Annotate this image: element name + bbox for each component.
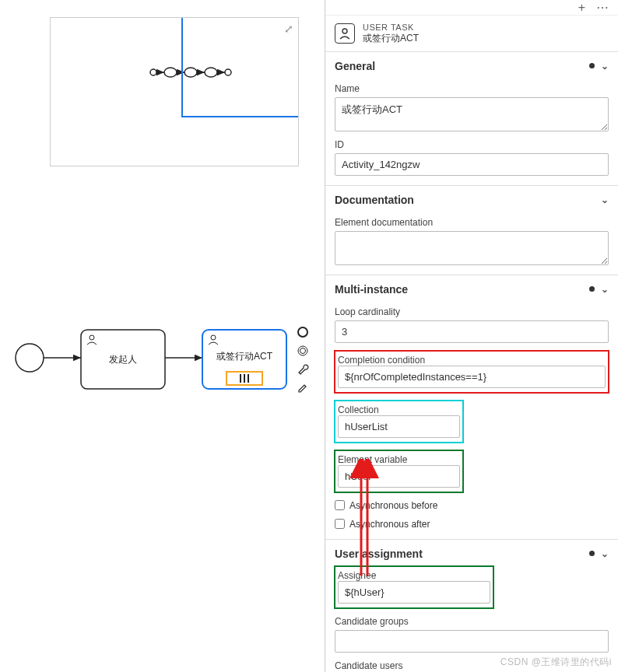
- task-or-sign[interactable]: 或签行动ACT: [202, 330, 286, 389]
- context-pad: [296, 325, 310, 395]
- element-name: 或签行动ACT: [363, 33, 419, 45]
- context-wrench-icon[interactable]: [296, 362, 310, 376]
- task-label: 发起人: [109, 354, 137, 365]
- completion-condition-input[interactable]: [338, 366, 606, 388]
- chevron-down-icon: ⌄: [601, 61, 609, 72]
- section-documentation: Documentation ⌄ Element documentation: [325, 186, 618, 275]
- context-edit-icon[interactable]: [296, 381, 310, 395]
- bpmn-diagram[interactable]: 发起人 或签行动ACT: [12, 325, 324, 422]
- panel-titlebar: + ⋯: [325, 0, 618, 16]
- marker-dot-icon: [589, 286, 595, 292]
- assignee-input[interactable]: [338, 581, 490, 604]
- section-header[interactable]: User assignment ⌄: [325, 540, 618, 566]
- task-initiator[interactable]: 发起人: [81, 330, 165, 389]
- marker-dot-icon: [589, 63, 595, 68]
- assignee-label: Assignee: [338, 570, 376, 581]
- highlight-element-variable: Element variable: [335, 450, 463, 492]
- element-variable-input[interactable]: [338, 465, 460, 488]
- svg-rect-2: [164, 68, 177, 77]
- candidate-users-label: Candidate users: [335, 660, 609, 671]
- plus-icon[interactable]: +: [578, 2, 585, 14]
- element-type: USER TASK: [363, 22, 419, 33]
- section-user-assignment: User assignment ⌄ Assignee Candidate gro…: [325, 540, 618, 672]
- diagram-canvas[interactable]: ⤢ 发起人: [0, 0, 325, 672]
- expand-icon[interactable]: ⤢: [284, 23, 293, 35]
- loop-cardinality-label: Loop cardinality: [335, 306, 609, 317]
- panel-header: USER TASK 或签行动ACT: [325, 16, 618, 52]
- section-header[interactable]: Multi-instance ⌄: [325, 275, 618, 302]
- collection-input[interactable]: [338, 415, 460, 438]
- chevron-down-icon: ⌄: [601, 194, 609, 205]
- marker-dot-icon: [589, 551, 595, 556]
- async-after-checkbox[interactable]: Asynchronous after: [335, 519, 609, 530]
- svg-point-19: [298, 346, 307, 355]
- start-event[interactable]: [16, 344, 44, 372]
- svg-point-21: [342, 29, 347, 33]
- element-variable-label: Element variable: [338, 454, 407, 465]
- chevron-down-icon: ⌄: [601, 284, 609, 295]
- minimap[interactable]: ⤢: [50, 17, 299, 166]
- highlight-assignee: Assignee: [335, 566, 493, 608]
- id-input[interactable]: [335, 153, 609, 176]
- documentation-input[interactable]: [335, 231, 609, 265]
- candidate-groups-input[interactable]: [335, 630, 609, 653]
- svg-point-0: [150, 69, 156, 75]
- name-label: Name: [335, 83, 609, 94]
- section-general: General ⌄ Name ID: [325, 52, 618, 186]
- chevron-down-icon: ⌄: [601, 548, 609, 559]
- section-header[interactable]: Documentation ⌄: [325, 186, 618, 212]
- id-label: ID: [335, 139, 609, 150]
- task-label: 或签行动ACT: [216, 351, 273, 362]
- highlight-completion: Completion condition: [335, 351, 609, 393]
- more-icon[interactable]: ⋯: [596, 2, 609, 14]
- name-input[interactable]: [335, 97, 609, 131]
- section-multi-instance: Multi-instance ⌄ Loop cardinality Comple…: [325, 275, 618, 540]
- svg-point-18: [298, 327, 307, 337]
- highlight-collection: Collection: [335, 401, 463, 443]
- context-intermediate-event-icon[interactable]: [296, 344, 310, 358]
- loop-cardinality-input[interactable]: [335, 320, 609, 343]
- context-end-event-icon[interactable]: [296, 325, 310, 339]
- collection-label: Collection: [338, 404, 379, 415]
- completion-condition-label: Completion condition: [338, 355, 425, 366]
- user-task-icon: [335, 23, 355, 44]
- doc-label: Element documentation: [335, 217, 609, 228]
- candidate-groups-label: Candidate groups: [335, 616, 609, 627]
- svg-point-20: [300, 348, 306, 354]
- async-before-checkbox[interactable]: Asynchronous before: [335, 500, 609, 511]
- properties-panel: + ⋯ USER TASK 或签行动ACT General ⌄ Name: [325, 0, 618, 672]
- section-header[interactable]: General ⌄: [325, 52, 618, 79]
- minimap-viewport: [181, 18, 298, 117]
